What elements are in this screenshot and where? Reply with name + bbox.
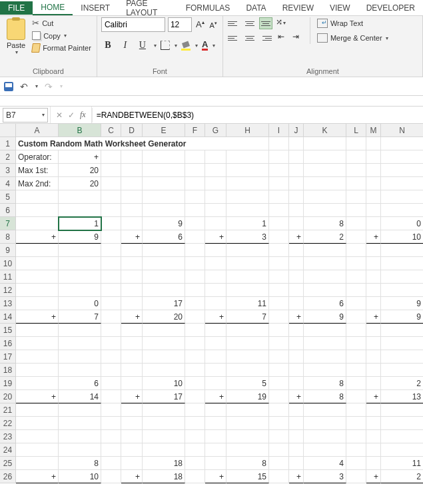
cell-D9[interactable] bbox=[121, 244, 143, 257]
cell-F19[interactable] bbox=[185, 377, 205, 390]
tab-data[interactable]: DATA bbox=[238, 1, 274, 15]
cell-H12[interactable] bbox=[226, 284, 269, 297]
cell-F3[interactable] bbox=[185, 164, 205, 177]
cell-C10[interactable] bbox=[101, 257, 121, 270]
cell-I4[interactable] bbox=[269, 177, 289, 190]
cell-H7[interactable]: 1 bbox=[226, 217, 269, 230]
cell-K10[interactable] bbox=[304, 257, 346, 270]
cell-F23[interactable] bbox=[185, 430, 205, 443]
cell-C12[interactable] bbox=[101, 284, 121, 297]
cell-J10[interactable] bbox=[289, 257, 304, 270]
row-header-12[interactable]: 12 bbox=[0, 284, 16, 297]
cell-H23[interactable] bbox=[226, 430, 269, 443]
cell-J8[interactable]: + bbox=[289, 230, 304, 244]
cell-L9[interactable] bbox=[346, 244, 366, 257]
cell-C4[interactable] bbox=[101, 177, 121, 190]
cell-L16[interactable] bbox=[346, 337, 366, 350]
cell-E4[interactable] bbox=[143, 177, 185, 190]
cell-B20[interactable]: 14 bbox=[59, 390, 101, 403]
cell-C3[interactable] bbox=[101, 164, 121, 177]
cell-L13[interactable] bbox=[346, 297, 366, 310]
cell-H19[interactable]: 5 bbox=[226, 377, 269, 390]
cell-A17[interactable] bbox=[16, 350, 59, 364]
cell-N18[interactable] bbox=[381, 364, 423, 377]
cell-K8[interactable]: 2 bbox=[304, 230, 346, 244]
cell-L2[interactable] bbox=[346, 150, 366, 164]
cell-I2[interactable] bbox=[269, 150, 289, 164]
cell-A11[interactable] bbox=[16, 270, 59, 284]
cell-D22[interactable] bbox=[121, 417, 143, 430]
cell-B21[interactable] bbox=[59, 403, 101, 417]
row-header-5[interactable]: 5 bbox=[0, 190, 16, 204]
cell-F22[interactable] bbox=[185, 417, 205, 430]
cell-I16[interactable] bbox=[269, 337, 289, 350]
cell-D21[interactable] bbox=[121, 403, 143, 417]
cell-I17[interactable] bbox=[269, 350, 289, 364]
cell-N12[interactable] bbox=[381, 284, 423, 297]
cell-L12[interactable] bbox=[346, 284, 366, 297]
cell-N23[interactable] bbox=[381, 430, 423, 443]
cell-B25[interactable]: 8 bbox=[59, 457, 101, 470]
decrease-indent-button[interactable]: ⇤ bbox=[275, 32, 287, 44]
cell-J3[interactable] bbox=[289, 164, 304, 177]
merge-dropdown-icon[interactable]: ▾ bbox=[386, 35, 388, 41]
cell-N13[interactable]: 9 bbox=[381, 297, 423, 310]
cell-L15[interactable] bbox=[346, 324, 366, 337]
cell-N8[interactable]: 10 bbox=[381, 230, 423, 244]
cell-C17[interactable] bbox=[101, 350, 121, 364]
cell-G4[interactable] bbox=[205, 177, 226, 190]
cell-A6[interactable] bbox=[16, 204, 59, 217]
row-header-23[interactable]: 23 bbox=[0, 430, 16, 443]
cell-I5[interactable] bbox=[269, 190, 289, 204]
cell-A5[interactable] bbox=[16, 190, 59, 204]
undo-button[interactable]: ↶ bbox=[20, 81, 28, 92]
cell-N4[interactable] bbox=[381, 177, 423, 190]
cell-I12[interactable] bbox=[269, 284, 289, 297]
insert-function-button[interactable]: fx bbox=[80, 110, 86, 120]
cell-A9[interactable] bbox=[16, 244, 59, 257]
cell-C8[interactable] bbox=[101, 230, 121, 244]
cell-H2[interactable] bbox=[226, 150, 269, 164]
cell-E25[interactable]: 18 bbox=[143, 457, 185, 470]
cell-F15[interactable] bbox=[185, 324, 205, 337]
cell-L8[interactable] bbox=[346, 230, 366, 244]
cell-F24[interactable] bbox=[185, 443, 205, 457]
cell-B26[interactable]: 10 bbox=[59, 470, 101, 483]
cell-K4[interactable] bbox=[304, 177, 346, 190]
cell-E8[interactable]: 6 bbox=[143, 230, 185, 244]
row-header-10[interactable]: 10 bbox=[0, 257, 16, 270]
row-header-7[interactable]: 7 bbox=[0, 217, 16, 230]
cell-M21[interactable] bbox=[366, 403, 381, 417]
cell-J12[interactable] bbox=[289, 284, 304, 297]
cell-D17[interactable] bbox=[121, 350, 143, 364]
cell-E2[interactable] bbox=[143, 150, 185, 164]
cell-G2[interactable] bbox=[205, 150, 226, 164]
cell-H21[interactable] bbox=[226, 403, 269, 417]
cell-C20[interactable] bbox=[101, 390, 121, 403]
enter-formula-button[interactable]: ✓ bbox=[68, 111, 75, 120]
cell-I23[interactable] bbox=[269, 430, 289, 443]
cell-D5[interactable] bbox=[121, 190, 143, 204]
cell-C25[interactable] bbox=[101, 457, 121, 470]
cell-M11[interactable] bbox=[366, 270, 381, 284]
cell-J19[interactable] bbox=[289, 377, 304, 390]
row-header-1[interactable]: 1 bbox=[0, 137, 16, 150]
cell-H11[interactable] bbox=[226, 270, 269, 284]
cancel-formula-button[interactable]: ✕ bbox=[56, 111, 63, 120]
cell-J5[interactable] bbox=[289, 190, 304, 204]
cell-H24[interactable] bbox=[226, 443, 269, 457]
col-header-J[interactable]: J bbox=[289, 124, 304, 137]
align-top-button[interactable] bbox=[227, 17, 240, 29]
cell-K23[interactable] bbox=[304, 430, 346, 443]
cell-B3[interactable]: 20 bbox=[59, 164, 101, 177]
cell-G20[interactable]: + bbox=[205, 390, 226, 403]
cell-J16[interactable] bbox=[289, 337, 304, 350]
cell-H8[interactable]: 3 bbox=[226, 230, 269, 244]
copy-dropdown-icon[interactable]: ▾ bbox=[64, 33, 67, 39]
cell-H9[interactable] bbox=[226, 244, 269, 257]
cell-G12[interactable] bbox=[205, 284, 226, 297]
cell-M19[interactable] bbox=[366, 377, 381, 390]
cell-E20[interactable]: 17 bbox=[143, 390, 185, 403]
cell-N22[interactable] bbox=[381, 417, 423, 430]
cell-M8[interactable]: + bbox=[366, 230, 381, 244]
